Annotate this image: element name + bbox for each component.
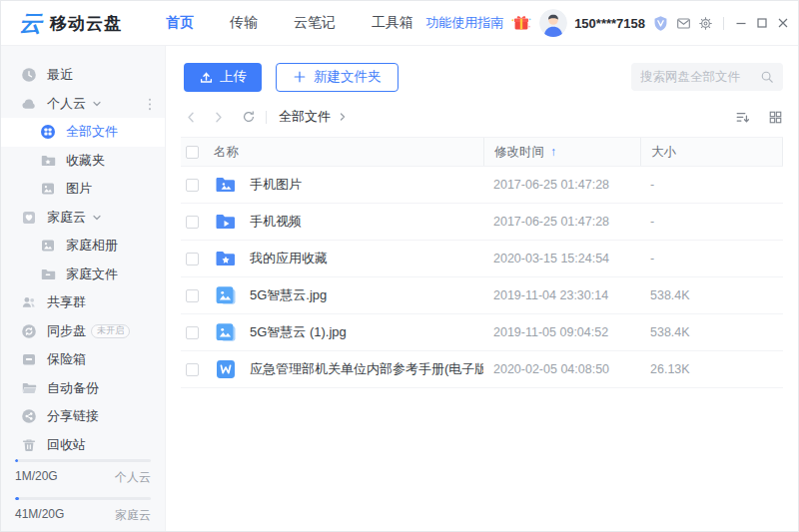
search-icon[interactable] bbox=[760, 70, 774, 84]
clock-icon bbox=[21, 67, 37, 83]
file-size: 538.4K bbox=[640, 288, 783, 302]
share-icon bbox=[21, 408, 37, 424]
sidebar-item[interactable]: 最近 bbox=[1, 61, 165, 90]
sort-list-icon[interactable] bbox=[735, 110, 750, 125]
file-row[interactable]: 5G智慧云 (1).jpg2019-11-05 09:04:52538.4K bbox=[181, 314, 783, 351]
safe-icon bbox=[21, 351, 37, 367]
sidebar-item[interactable]: 保险箱 bbox=[1, 345, 165, 374]
file-row[interactable]: 手机视频2017-06-25 01:47:28- bbox=[181, 204, 783, 241]
storage-usage: 41M/20G bbox=[15, 507, 64, 524]
sidebar-item[interactable]: 共享群 bbox=[1, 288, 165, 317]
row-checkbox[interactable] bbox=[186, 326, 199, 339]
file-name[interactable]: 应急管理部机关单位内部参考手册(电子版).docx bbox=[250, 360, 483, 378]
row-checkbox[interactable] bbox=[186, 216, 199, 229]
storage-bar bbox=[15, 459, 151, 462]
search-box bbox=[631, 63, 783, 91]
row-checkbox[interactable] bbox=[186, 179, 199, 192]
more-menu-icon[interactable] bbox=[148, 98, 152, 111]
nav-tab[interactable]: 传输 bbox=[230, 14, 258, 32]
file-size: 26.13K bbox=[640, 362, 783, 376]
sidebar-item[interactable]: 分享链接 bbox=[1, 402, 165, 431]
nav-tab[interactable]: 首页 bbox=[166, 14, 194, 32]
row-checkbox[interactable] bbox=[186, 363, 199, 376]
file-name[interactable]: 我的应用收藏 bbox=[250, 250, 483, 267]
upload-button[interactable]: 上传 bbox=[184, 63, 262, 92]
cloud-icon bbox=[21, 96, 37, 112]
nav-tab[interactable]: 云笔记 bbox=[294, 14, 336, 32]
picture-icon bbox=[40, 238, 56, 254]
storage-meter: 1M/20G个人云 bbox=[15, 459, 151, 486]
sidebar-item[interactable]: 回收站 bbox=[1, 431, 165, 460]
sidebar: 最近个人云全部文件收藏夹图片家庭云家庭相册家庭文件共享群同步盘未开启保险箱自动备… bbox=[1, 46, 166, 531]
new-folder-label: 新建文件夹 bbox=[314, 68, 382, 86]
select-all-checkbox[interactable] bbox=[186, 146, 199, 159]
app-logo: 云 移动云盘 bbox=[19, 12, 122, 35]
sidebar-item[interactable]: 家庭云 bbox=[1, 204, 165, 233]
file-row[interactable]: 我的应用收藏2020-03-15 15:24:54- bbox=[181, 241, 783, 277]
cloud-logo-icon: 云 bbox=[19, 12, 42, 35]
account-phone[interactable]: 150****7158 bbox=[574, 16, 645, 31]
forward-button[interactable] bbox=[211, 110, 226, 125]
sidebar-item-label: 个人云 bbox=[47, 95, 86, 113]
mail-icon[interactable] bbox=[676, 16, 691, 31]
breadcrumb[interactable]: 全部文件 bbox=[279, 108, 331, 126]
sidebar-item[interactable]: 个人云 bbox=[1, 90, 165, 119]
storage-bar bbox=[15, 497, 151, 500]
sidebar-item-label: 家庭云 bbox=[47, 209, 86, 227]
divider bbox=[723, 17, 724, 30]
avatar[interactable] bbox=[539, 9, 567, 37]
sidebar-item-label: 同步盘 bbox=[47, 322, 86, 340]
sync-icon bbox=[21, 323, 37, 339]
row-checkbox[interactable] bbox=[186, 289, 199, 302]
row-checkbox[interactable] bbox=[186, 253, 199, 266]
sidebar-item-label: 保险箱 bbox=[47, 350, 86, 368]
folder-star-gray-icon bbox=[40, 153, 56, 169]
settings-gear-icon[interactable] bbox=[698, 16, 713, 31]
sidebar-item[interactable]: 图片 bbox=[1, 175, 165, 204]
sidebar-item[interactable]: 同步盘未开启 bbox=[1, 317, 165, 346]
file-modified-time: 2020-02-05 04:08:50 bbox=[483, 362, 640, 376]
titlebar-right: 功能使用指南 150****7158 bbox=[425, 9, 790, 37]
sidebar-item-label: 家庭相册 bbox=[66, 237, 118, 255]
file-row[interactable]: 5G智慧云.jpg2019-11-04 23:30:14538.4K bbox=[181, 277, 783, 314]
file-row[interactable]: 手机图片2017-06-25 01:47:28- bbox=[181, 167, 783, 204]
sidebar-item[interactable]: 收藏夹 bbox=[1, 147, 165, 176]
sidebar-item[interactable]: 自动备份 bbox=[1, 374, 165, 403]
search-input[interactable] bbox=[640, 70, 760, 84]
file-name[interactable]: 5G智慧云.jpg bbox=[250, 286, 483, 304]
new-folder-button[interactable]: 新建文件夹 bbox=[276, 63, 399, 92]
storage-section: 1M/20G个人云41M/20G家庭云 bbox=[1, 459, 165, 532]
main-panel: 上传 新建文件夹 全部文件 bbox=[166, 46, 798, 531]
gift-icon[interactable] bbox=[510, 12, 532, 34]
chevron-down-icon[interactable] bbox=[92, 99, 102, 109]
sidebar-item[interactable]: 家庭文件 bbox=[1, 261, 165, 289]
sidebar-item[interactable]: 家庭相册 bbox=[1, 232, 165, 261]
file-name[interactable]: 手机视频 bbox=[250, 213, 483, 231]
file-modified-time: 2019-11-04 23:30:14 bbox=[483, 288, 640, 302]
trash-icon bbox=[21, 437, 37, 453]
sidebar-item[interactable]: 全部文件 bbox=[1, 118, 165, 147]
refresh-icon[interactable] bbox=[242, 110, 256, 124]
close-button[interactable] bbox=[776, 16, 790, 30]
table-header: 名称 修改时间↑ 大小 bbox=[181, 137, 783, 167]
sidebar-item-label: 收藏夹 bbox=[66, 152, 105, 170]
guide-link[interactable]: 功能使用指南 bbox=[425, 14, 503, 32]
toolbar: 上传 新建文件夹 bbox=[184, 62, 783, 92]
nav-tab[interactable]: 工具箱 bbox=[372, 14, 413, 32]
file-name[interactable]: 5G智慧云 (1).jpg bbox=[250, 323, 483, 341]
maximize-button[interactable] bbox=[755, 16, 769, 30]
grid-view-icon[interactable] bbox=[768, 110, 783, 125]
chevron-down-icon[interactable] bbox=[92, 213, 102, 223]
sidebar-item-label: 自动备份 bbox=[47, 379, 99, 397]
app-window: 云 移动云盘 首页传输云笔记工具箱 功能使用指南 150****7158 最近个… bbox=[0, 0, 799, 532]
back-button[interactable] bbox=[184, 110, 199, 125]
storage-meter: 41M/20G家庭云 bbox=[15, 497, 151, 524]
file-row[interactable]: 应急管理部机关单位内部参考手册(电子版).docx2020-02-05 04:0… bbox=[181, 351, 783, 388]
image-file-icon bbox=[214, 283, 238, 307]
file-modified-time: 2017-06-25 01:47:28 bbox=[483, 215, 640, 229]
file-name[interactable]: 手机图片 bbox=[250, 176, 483, 194]
minimize-button[interactable] bbox=[734, 16, 748, 30]
column-header-modified[interactable]: 修改时间↑ bbox=[483, 138, 640, 166]
app-title: 移动云盘 bbox=[50, 12, 122, 35]
vip-badge-icon[interactable] bbox=[652, 15, 669, 32]
